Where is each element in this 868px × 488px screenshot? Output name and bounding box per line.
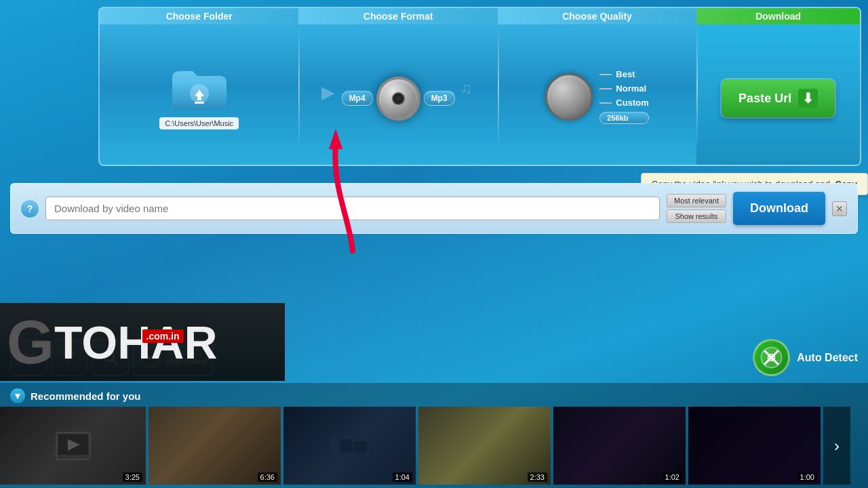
choose-format-section: Choose Format ▶ Mp4 Mp3 ♫ [298,8,497,165]
quality-custom[interactable]: Custom [599,98,648,108]
download-section: Download Paste Url ⬇ [696,8,860,165]
quality-header: Choose Quality [498,8,696,24]
brand-name: TOHAR [54,319,218,365]
close-button[interactable]: ✕ [832,201,847,216]
duration-6: 1:00 [797,472,817,482]
quality-normal[interactable]: Normal [599,83,648,94]
recommended-toggle[interactable]: ▼ [10,388,25,403]
thumbnail-1[interactable]: 3:25 [0,407,146,485]
auto-detect-button[interactable]: Auto Detect [753,339,858,376]
search-input[interactable] [45,197,660,220]
watermark-logo: G TOHAR .com.in [0,303,285,381]
choose-folder-section: Choose Folder [100,8,298,165]
most-relevant-button[interactable]: Most relevant [667,194,726,207]
duration-5: 1:02 [663,472,682,482]
mp4-badge[interactable]: Mp4 [342,91,373,106]
thumbnail-5[interactable]: 1:02 [553,407,686,485]
thumbnail-4[interactable]: 2:33 [418,407,551,485]
paste-url-button[interactable]: Paste Url ⬇ [722,79,835,117]
down-arrow-icon: ⬇ [798,89,818,108]
svg-point-12 [768,354,775,361]
duration-4: 2:33 [528,472,547,482]
top-panel: Choose Folder [98,7,861,166]
folder-header: Choose Folder [100,8,298,24]
quality-best[interactable]: Best [599,69,648,79]
mp3-badge[interactable]: Mp3 [424,91,455,106]
show-results-button[interactable]: Show results [667,209,726,223]
format-header: Choose Format [298,8,497,24]
choose-quality-section: Choose Quality Best Normal Custom 256kb [498,8,696,165]
thumbnails-row: 3:25 6:36 1:04 2:33 1:02 1: [0,407,868,485]
thumbnail-3[interactable]: 1:04 [283,407,416,485]
recommended-header: ▼ Recommended for you [0,383,868,407]
quality-bitrate[interactable]: 256kb [599,112,648,124]
quality-knob[interactable] [545,73,593,121]
recommended-title: Recommended for you [31,390,141,402]
next-thumbnails-button[interactable]: › [823,407,850,485]
download-header: Download [696,8,860,24]
search-options: Most relevant Show results [667,194,726,223]
recommended-section: ▼ Recommended for you 3:25 6:36 [0,383,868,488]
music-icon: ♫ [460,80,472,98]
svg-rect-18 [353,441,367,453]
format-knob[interactable] [376,77,420,121]
help-button[interactable]: ? [21,200,39,218]
play-icon: ▶ [321,82,335,103]
download-button[interactable]: Download [733,192,825,225]
thumbnail-2[interactable]: 6:36 [149,407,281,485]
svg-rect-3 [195,102,204,104]
domain-badge: .com.in [142,329,184,343]
duration-2: 6:36 [258,472,277,482]
duration-3: 1:04 [393,472,412,482]
search-area: ? Most relevant Show results Download ✕ [10,183,858,234]
folder-path: C:\Users\User\Music [159,117,239,129]
auto-detect-icon [753,339,790,376]
quality-options: Best Normal Custom 256kb [599,69,648,124]
auto-detect-label: Auto Detect [797,352,858,364]
thumbnail-6[interactable]: 1:00 [688,407,821,485]
svg-rect-17 [340,439,352,453]
folder-icon[interactable] [169,61,230,112]
duration-1: 3:25 [123,472,142,482]
